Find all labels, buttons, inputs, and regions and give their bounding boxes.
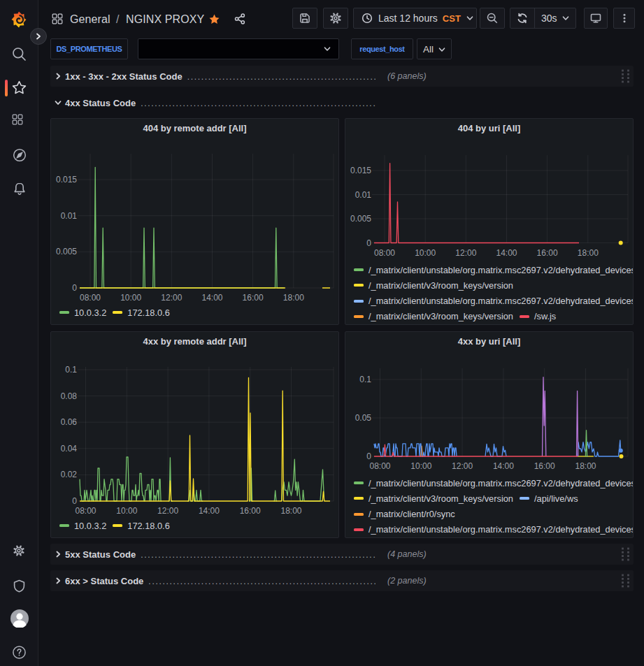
svg-text:0.06: 0.06 (61, 417, 78, 427)
svg-text:16:00: 16:00 (243, 293, 264, 303)
svg-text:10:00: 10:00 (415, 248, 436, 258)
svg-text:18:00: 18:00 (283, 293, 304, 303)
svg-text:0: 0 (366, 451, 371, 461)
svg-text:0.005: 0.005 (56, 247, 77, 256)
svg-text:0.01: 0.01 (61, 211, 78, 221)
svg-text:16:00: 16:00 (240, 506, 261, 516)
svg-text:10:00: 10:00 (120, 293, 141, 303)
svg-text:12:00: 12:00 (157, 506, 178, 516)
svg-text:0.02: 0.02 (61, 470, 78, 479)
svg-text:0.05: 0.05 (355, 413, 372, 423)
svg-text:0.005: 0.005 (350, 214, 371, 224)
svg-text:12:00: 12:00 (455, 248, 476, 258)
svg-text:16:00: 16:00 (534, 461, 555, 471)
svg-text:12:00: 12:00 (161, 293, 182, 303)
svg-text:0.1: 0.1 (359, 375, 371, 384)
svg-text:12:00: 12:00 (452, 461, 473, 471)
svg-text:08:00: 08:00 (80, 293, 101, 303)
svg-text:14:00: 14:00 (496, 248, 517, 258)
svg-text:0.1: 0.1 (65, 365, 77, 375)
svg-text:0.015: 0.015 (350, 166, 371, 175)
svg-text:14:00: 14:00 (199, 506, 220, 516)
svg-text:0.08: 0.08 (61, 391, 78, 401)
svg-text:08:00: 08:00 (75, 506, 96, 516)
svg-text:08:00: 08:00 (374, 248, 395, 258)
svg-text:18:00: 18:00 (280, 506, 301, 516)
svg-text:18:00: 18:00 (575, 461, 596, 471)
svg-text:0.015: 0.015 (56, 175, 77, 184)
svg-text:16:00: 16:00 (537, 248, 558, 258)
svg-text:0.04: 0.04 (61, 444, 78, 454)
svg-text:0: 0 (366, 238, 371, 248)
svg-text:18:00: 18:00 (578, 248, 599, 258)
svg-text:10:00: 10:00 (410, 461, 431, 471)
svg-text:14:00: 14:00 (201, 293, 222, 303)
svg-text:08:00: 08:00 (369, 461, 390, 471)
svg-text:0.01: 0.01 (355, 190, 372, 200)
svg-text:14:00: 14:00 (493, 461, 514, 471)
svg-text:0: 0 (72, 496, 77, 506)
svg-text:0: 0 (72, 283, 77, 293)
svg-text:10:00: 10:00 (116, 506, 137, 516)
